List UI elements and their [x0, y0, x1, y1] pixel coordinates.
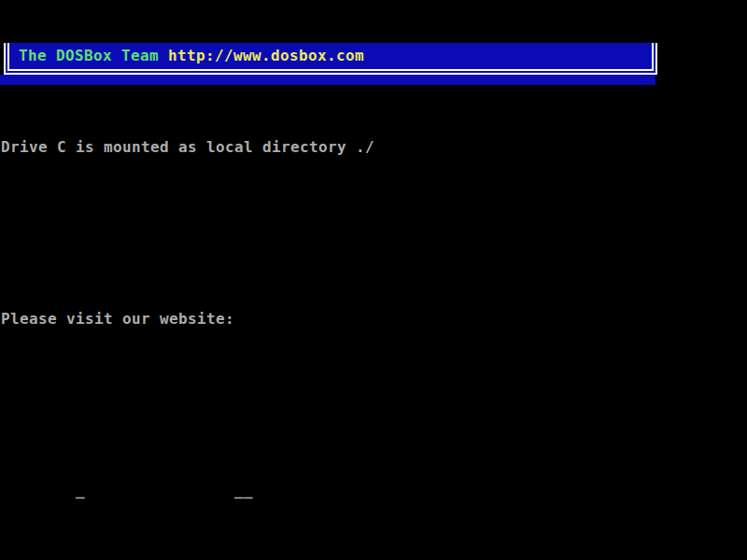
blank-line: [1, 396, 543, 414]
dosbox-terminal-screen[interactable]: The DOSBox Team http://www.dosbox.com Dr…: [0, 0, 747, 560]
dosbox-banner: The DOSBox Team http://www.dosbox.com: [4, 43, 657, 75]
website-prompt-line: Please visit our website:: [1, 310, 543, 329]
blank-line: [1, 224, 543, 243]
banner-team-label: The DOSBox Team: [19, 47, 168, 64]
banner-bottom-strip: [0, 75, 655, 85]
terminal-output: Drive C is mounted as local directory ./…: [1, 86, 543, 560]
mount-status-line: Drive C is mounted as local directory ./: [1, 138, 543, 157]
ascii-art-line: _ __: [1, 482, 543, 500]
banner-url: http://www.dosbox.com: [168, 47, 364, 64]
banner-title-line: The DOSBox Team http://www.dosbox.com: [19, 47, 364, 65]
